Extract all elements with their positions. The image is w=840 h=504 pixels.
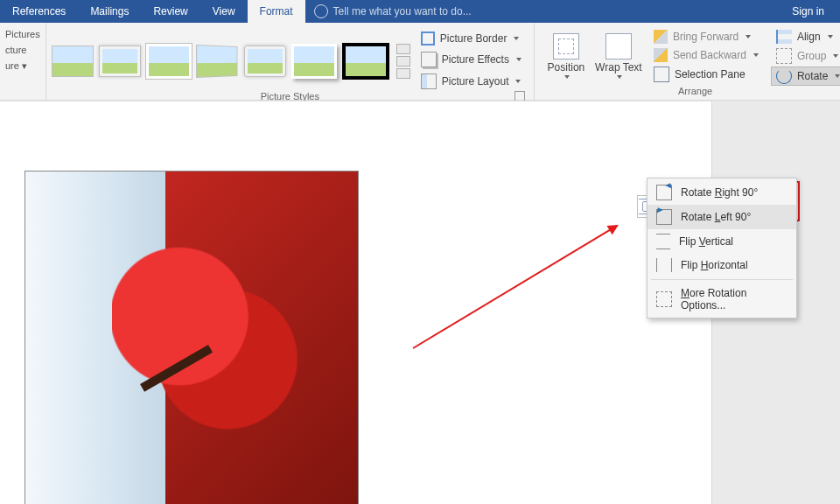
- document-area[interactable]: Rotate Right 90° Rotate Left 90° Flip Ve…: [0, 101, 840, 504]
- chevron-down-icon: [564, 75, 570, 79]
- annotation-arrow: [412, 225, 617, 349]
- group-title: Arrange: [540, 86, 840, 98]
- ribbon: Pictures cture ure ▾ Picture Border Pict…: [0, 23, 840, 101]
- menu-label: Rotate Left 90°: [681, 211, 751, 223]
- sign-in-link[interactable]: Sign in: [776, 5, 840, 18]
- rotate-right-icon: [656, 185, 672, 200]
- adjust-item[interactable]: Pictures: [5, 26, 40, 42]
- wrap-text-icon: [606, 33, 632, 60]
- chevron-down-icon: [514, 37, 519, 40]
- picture-layout-button[interactable]: Picture Layout: [417, 72, 525, 91]
- flip-vertical-item[interactable]: Flip Vertical: [648, 229, 796, 254]
- group-arrange: Position Wrap Text Bring Forward Send Ba…: [535, 23, 840, 100]
- bring-forward-button[interactable]: Bring Forward: [648, 28, 764, 46]
- rotate-right-item[interactable]: Rotate Right 90°: [648, 180, 796, 205]
- style-thumb[interactable]: [52, 46, 94, 77]
- tab-references[interactable]: References: [0, 0, 78, 23]
- chevron-down-icon: [617, 75, 622, 79]
- picture-styles-gallery[interactable]: [52, 26, 410, 91]
- menu-separator: [651, 279, 793, 280]
- more-rotation-item[interactable]: More Rotation Options...: [648, 283, 796, 316]
- tell-me-placeholder: Tell me what you want to do...: [333, 5, 472, 18]
- menu-label: Flip Horizontal: [681, 259, 748, 271]
- more-rotation-icon: [656, 291, 672, 307]
- rotate-left-icon: [656, 209, 672, 225]
- group-picture-styles: Picture Border Picture Effects Picture L…: [46, 23, 535, 100]
- style-thumb[interactable]: [342, 43, 389, 80]
- ribbon-tabs: References Mailings Review View Format T…: [0, 0, 840, 23]
- selected-picture[interactable]: [24, 171, 359, 504]
- rotate-left-item[interactable]: Rotate Left 90°: [648, 205, 796, 229]
- rotate-menu: Rotate Right 90° Rotate Left 90° Flip Ve…: [647, 178, 797, 318]
- tab-mailings[interactable]: Mailings: [78, 0, 141, 23]
- group-button[interactable]: Group: [771, 46, 840, 66]
- tab-view[interactable]: View: [200, 0, 248, 23]
- style-thumb[interactable]: [196, 45, 237, 78]
- gallery-more-button[interactable]: [396, 44, 410, 79]
- group-icon: [776, 48, 792, 64]
- tab-review[interactable]: Review: [141, 0, 200, 23]
- effects-icon: [421, 52, 437, 67]
- menu-label: More Rotation Options...: [681, 287, 788, 312]
- group-adjust: Pictures cture ure ▾: [0, 23, 46, 100]
- border-icon: [421, 32, 435, 46]
- adjust-item[interactable]: cture: [5, 42, 40, 58]
- selection-pane-button[interactable]: Selection Pane: [648, 65, 764, 84]
- chevron-down-icon: [515, 80, 521, 83]
- picture-effects-button[interactable]: Picture Effects: [417, 50, 525, 69]
- position-icon: [553, 33, 579, 60]
- send-backward-icon: [654, 48, 668, 62]
- flip-vertical-icon: [656, 234, 670, 249]
- lightbulb-icon: [314, 4, 328, 18]
- flip-horizontal-item[interactable]: Flip Horizontal: [648, 254, 796, 276]
- rotate-button[interactable]: Rotate: [771, 66, 840, 86]
- menu-label: Rotate Right 90°: [681, 186, 758, 199]
- style-thumb[interactable]: [291, 44, 337, 79]
- tab-format[interactable]: Format: [248, 0, 305, 23]
- style-thumb[interactable]: [99, 46, 141, 77]
- tell-me-search[interactable]: Tell me what you want to do...: [314, 4, 472, 18]
- layout-icon: [421, 74, 437, 89]
- send-backward-button[interactable]: Send Backward: [648, 46, 764, 64]
- menu-label: Flip Vertical: [679, 235, 733, 248]
- wrap-text-button[interactable]: Wrap Text: [592, 26, 645, 86]
- align-icon: [776, 30, 792, 44]
- position-button[interactable]: Position: [540, 26, 592, 86]
- flip-horizontal-icon: [656, 258, 672, 272]
- style-thumb[interactable]: [244, 46, 286, 77]
- chevron-down-icon: [516, 58, 522, 61]
- bring-forward-icon: [654, 30, 668, 44]
- style-thumb[interactable]: [146, 44, 192, 79]
- selection-pane-icon: [654, 66, 669, 82]
- picture-border-button[interactable]: Picture Border: [417, 30, 525, 47]
- align-button[interactable]: Align: [771, 28, 840, 46]
- rotate-icon: [776, 68, 792, 84]
- adjust-item[interactable]: ure ▾: [5, 58, 40, 74]
